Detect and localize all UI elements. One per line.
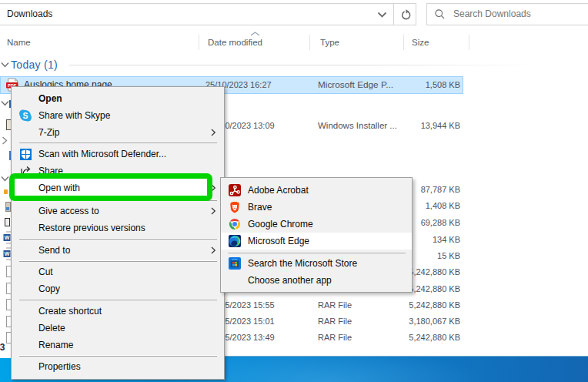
svg-text:S: S [22, 111, 28, 120]
svg-text:W: W [5, 235, 10, 240]
svg-text:W: W [5, 251, 10, 256]
